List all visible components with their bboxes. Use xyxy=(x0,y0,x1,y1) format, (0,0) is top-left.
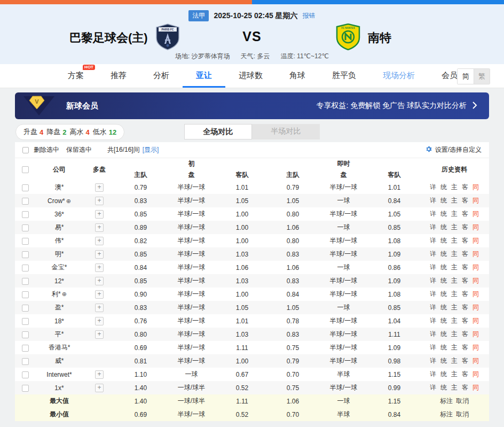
history-away-link[interactable]: 客 xyxy=(462,197,468,204)
row-checkbox[interactable] xyxy=(22,238,29,245)
history-away-link[interactable]: 客 xyxy=(462,223,468,231)
mark-link[interactable]: 标注 xyxy=(440,397,453,405)
row-checkbox[interactable] xyxy=(22,278,29,285)
history-detail-link[interactable]: 详 xyxy=(430,304,436,311)
show-link[interactable]: [显示] xyxy=(143,145,159,154)
history-detail-link[interactable]: 详 xyxy=(430,384,436,391)
row-checkbox[interactable] xyxy=(22,331,29,338)
nav-tab-asian-handicap[interactable]: 亚让 xyxy=(183,64,225,88)
history-home-link[interactable]: 主 xyxy=(451,330,458,338)
history-same-link[interactable]: 同 xyxy=(472,237,479,244)
row-checkbox[interactable] xyxy=(22,358,29,365)
history-same-link[interactable]: 同 xyxy=(472,370,479,378)
company-name[interactable]: 盈* xyxy=(55,304,64,311)
history-stats-link[interactable]: 统 xyxy=(440,357,447,364)
history-away-link[interactable]: 客 xyxy=(462,357,468,364)
history-away-link[interactable]: 客 xyxy=(462,304,468,311)
history-stats-link[interactable]: 统 xyxy=(440,290,447,298)
row-checkbox[interactable] xyxy=(22,265,29,271)
history-stats-link[interactable]: 统 xyxy=(440,330,447,338)
settings-customize-button[interactable]: 设置/选择自定义 xyxy=(425,145,482,154)
history-away-link[interactable]: 客 xyxy=(462,277,468,284)
history-stats-link[interactable]: 统 xyxy=(440,263,447,271)
history-home-link[interactable]: 主 xyxy=(451,304,458,311)
row-checkbox[interactable] xyxy=(22,385,29,392)
nav-tab-goals-count[interactable]: 进球数 xyxy=(225,64,276,88)
vip-member-banner[interactable]: V 新球会员 专享权益: 免费解锁 免广告 球队实力对比分析 xyxy=(15,92,489,119)
company-name[interactable]: 36* xyxy=(54,211,64,218)
nav-tab-plans[interactable]: 方案HOT xyxy=(54,64,97,88)
history-same-link[interactable]: 同 xyxy=(472,304,479,311)
history-home-link[interactable]: 主 xyxy=(451,183,458,191)
history-detail-link[interactable]: 详 xyxy=(430,197,436,204)
company-name[interactable]: Crow* xyxy=(48,197,65,205)
nav-tab-corner[interactable]: 角球 xyxy=(276,64,319,88)
row-checkbox[interactable] xyxy=(22,345,29,352)
history-away-link[interactable]: 客 xyxy=(462,263,468,271)
history-away-link[interactable]: 客 xyxy=(462,237,468,244)
row-checkbox[interactable] xyxy=(22,184,29,191)
company-name[interactable]: 明* xyxy=(55,250,64,258)
history-home-link[interactable]: 主 xyxy=(451,277,458,284)
multi-odds-expand-button[interactable]: + xyxy=(95,370,104,379)
multi-odds-expand-button[interactable]: + xyxy=(95,304,104,312)
history-detail-link[interactable]: 详 xyxy=(430,263,436,271)
league-badge[interactable]: 法甲 xyxy=(188,10,209,21)
company-name[interactable]: 威* xyxy=(55,357,64,364)
nav-tab-analysis[interactable]: 分析 xyxy=(140,64,183,88)
multi-odds-expand-button[interactable]: + xyxy=(95,250,104,259)
history-same-link[interactable]: 同 xyxy=(472,250,479,258)
history-home-link[interactable]: 主 xyxy=(451,250,458,258)
company-name[interactable]: Interwet* xyxy=(46,371,72,378)
history-home-link[interactable]: 主 xyxy=(451,384,458,391)
history-same-link[interactable]: 同 xyxy=(472,223,479,231)
multi-odds-expand-button[interactable]: + xyxy=(95,277,104,285)
multi-odds-expand-button[interactable]: + xyxy=(95,330,104,339)
multi-odds-expand-button[interactable]: + xyxy=(95,263,104,272)
multi-odds-expand-button[interactable]: + xyxy=(95,210,104,219)
mark-link[interactable]: 标注 xyxy=(440,410,453,418)
history-detail-link[interactable]: 详 xyxy=(430,250,436,258)
row-checkbox[interactable] xyxy=(22,305,29,312)
history-away-link[interactable]: 客 xyxy=(462,370,468,378)
history-same-link[interactable]: 同 xyxy=(472,290,479,298)
history-same-link[interactable]: 同 xyxy=(472,183,479,191)
row-checkbox[interactable] xyxy=(22,291,29,298)
history-stats-link[interactable]: 统 xyxy=(440,197,447,204)
history-home-link[interactable]: 主 xyxy=(451,290,458,298)
history-stats-link[interactable]: 统 xyxy=(440,183,447,191)
multi-odds-expand-button[interactable]: + xyxy=(95,223,104,232)
row-checkbox[interactable] xyxy=(22,318,29,325)
history-away-link[interactable]: 客 xyxy=(462,210,468,218)
multi-odds-expand-button[interactable]: + xyxy=(95,290,104,299)
history-stats-link[interactable]: 统 xyxy=(440,384,447,391)
history-home-link[interactable]: 主 xyxy=(451,237,458,244)
history-home-link[interactable]: 主 xyxy=(451,210,458,218)
history-stats-link[interactable]: 统 xyxy=(440,223,447,231)
cancel-link[interactable]: 取消 xyxy=(456,397,469,405)
multi-odds-expand-button[interactable]: + xyxy=(95,237,104,245)
full-match-compare-tab[interactable]: 全场对比 xyxy=(184,124,252,139)
nav-tab-recommend[interactable]: 推荐 xyxy=(97,64,140,88)
history-detail-link[interactable]: 详 xyxy=(430,237,436,244)
history-home-link[interactable]: 主 xyxy=(451,263,458,271)
history-stats-link[interactable]: 统 xyxy=(440,304,447,311)
select-all-checkbox[interactable] xyxy=(22,166,29,173)
history-detail-link[interactable]: 详 xyxy=(430,210,436,218)
lang-traditional-button[interactable]: 繁 xyxy=(474,69,490,84)
history-same-link[interactable]: 同 xyxy=(472,210,479,218)
delete-selected-button[interactable]: 删除选中 xyxy=(34,145,59,154)
history-same-link[interactable]: 同 xyxy=(472,197,479,204)
history-same-link[interactable]: 同 xyxy=(472,330,479,338)
multi-odds-expand-button[interactable]: + xyxy=(95,384,104,392)
company-name[interactable]: 1x* xyxy=(54,384,64,392)
history-stats-link[interactable]: 统 xyxy=(440,344,447,351)
row-checkbox[interactable] xyxy=(22,224,29,231)
history-home-link[interactable]: 主 xyxy=(451,370,458,378)
history-detail-link[interactable]: 详 xyxy=(430,317,436,324)
history-same-link[interactable]: 同 xyxy=(472,357,479,364)
history-stats-link[interactable]: 统 xyxy=(440,250,447,258)
history-stats-link[interactable]: 统 xyxy=(440,277,447,284)
company-name[interactable]: 易* xyxy=(55,223,64,231)
history-stats-link[interactable]: 统 xyxy=(440,317,447,324)
